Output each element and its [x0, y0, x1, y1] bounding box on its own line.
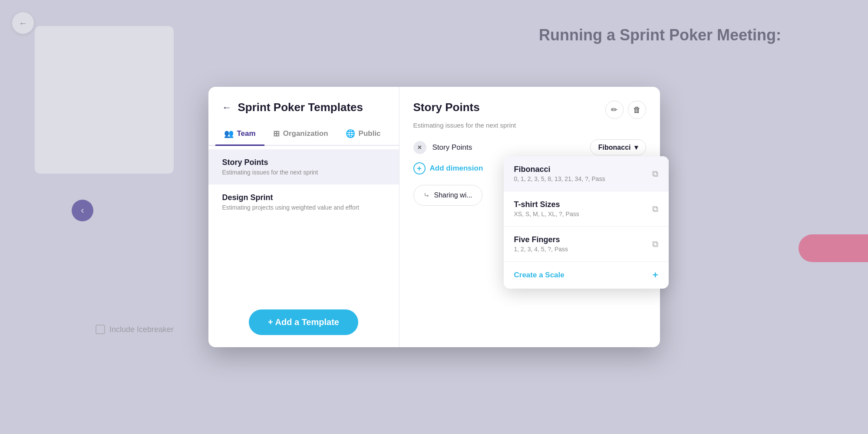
tab-organization[interactable]: ⊞ Organization [264, 123, 337, 146]
template-list: Story Points Estimating issues for the n… [208, 146, 399, 299]
tab-team-label: Team [237, 129, 256, 138]
delete-button[interactable]: 🗑 [628, 101, 646, 119]
scale-dropdown[interactable]: Fibonacci ▾ [590, 139, 646, 155]
globe-icon: 🌐 [346, 129, 355, 138]
dimension-label: Story Points [432, 143, 584, 152]
right-header: Story Points ✏ 🗑 [413, 101, 646, 119]
template-title-story-points: Story Points [222, 158, 385, 167]
chevron-down-icon: ▾ [634, 143, 638, 151]
fibonacci-values: 0, 1, 2, 3, 5, 8, 13, 21, 34, ?, Pass [514, 175, 605, 182]
tshirt-values: XS, S, M, L, XL, ?, Pass [514, 210, 579, 217]
tab-public[interactable]: 🌐 Public [337, 123, 389, 146]
template-desc-design-sprint: Estimating projects using weighted value… [222, 204, 385, 211]
tab-organization-label: Organization [283, 129, 328, 138]
add-dimension-label: Add dimension [430, 164, 483, 173]
copy-fibonacci-icon[interactable]: ⧉ [652, 169, 658, 179]
fibonacci-name: Fibonacci [514, 165, 605, 174]
five-fingers-values: 1, 2, 3, 4, 5, ?, Pass [514, 246, 568, 253]
dimension-row: × Story Points Fibonacci ▾ [413, 139, 646, 155]
sprint-poker-modal: ← Sprint Poker Templates 👥 Team ⊞ Organi… [208, 87, 660, 347]
edit-button[interactable]: ✏ [605, 101, 624, 119]
trash-icon: 🗑 [633, 105, 641, 115]
left-panel: ← Sprint Poker Templates 👥 Team ⊞ Organi… [208, 87, 399, 347]
right-panel-actions: ✏ 🗑 [605, 101, 646, 119]
copy-tshirt-icon[interactable]: ⧉ [652, 204, 658, 214]
remove-dimension-button[interactable]: × [413, 141, 426, 154]
tab-team[interactable]: 👥 Team [215, 123, 264, 146]
copy-five-fingers-icon[interactable]: ⧉ [652, 239, 658, 249]
tshirt-name: T-shirt Sizes [514, 200, 579, 209]
modal-header: ← Sprint Poker Templates [208, 87, 399, 114]
template-item-design-sprint[interactable]: Design Sprint Estimating projects using … [208, 184, 399, 220]
edit-icon: ✏ [611, 105, 617, 115]
right-panel-title: Story Points [413, 101, 480, 114]
share-icon: ⤷ [423, 191, 430, 200]
add-template-button[interactable]: + Add a Template [249, 309, 358, 335]
scale-dropdown-popup: Fibonacci 0, 1, 2, 3, 5, 8, 13, 21, 34, … [504, 156, 669, 289]
tabs-container: 👥 Team ⊞ Organization 🌐 Public [208, 123, 399, 146]
five-fingers-name: Five Fingers [514, 235, 568, 244]
modal-title: Sprint Poker Templates [238, 101, 363, 114]
create-scale-plus-icon: + [653, 270, 658, 281]
dropdown-item-five-fingers[interactable]: Five Fingers 1, 2, 3, 4, 5, ?, Pass ⧉ [504, 227, 669, 262]
template-desc-story-points: Estimating issues for the next sprint [222, 169, 385, 176]
sharing-label: Sharing wi... [434, 191, 472, 199]
modal-overlay: ← Sprint Poker Templates 👥 Team ⊞ Organi… [0, 0, 868, 434]
dropdown-item-tshirt[interactable]: T-shirt Sizes XS, S, M, L, XL, ?, Pass ⧉ [504, 191, 669, 227]
create-scale-label: Create a Scale [514, 271, 564, 279]
template-item-story-points[interactable]: Story Points Estimating issues for the n… [208, 149, 399, 184]
tab-public-label: Public [359, 129, 381, 138]
right-panel: Story Points ✏ 🗑 Estimating issues for t… [399, 87, 660, 347]
x-icon: × [418, 144, 422, 151]
scale-dropdown-label: Fibonacci [598, 144, 631, 151]
modal-back-arrow[interactable]: ← [222, 102, 232, 113]
plus-circle-icon: + [413, 162, 426, 174]
dropdown-item-fibonacci[interactable]: Fibonacci 0, 1, 2, 3, 5, 8, 13, 21, 34, … [504, 156, 669, 191]
template-title-design-sprint: Design Sprint [222, 193, 385, 202]
team-icon: 👥 [224, 129, 234, 138]
right-panel-subtitle: Estimating issues for the next sprint [413, 122, 646, 129]
org-icon: ⊞ [273, 129, 280, 138]
create-scale-row[interactable]: Create a Scale + [504, 262, 669, 289]
sharing-row[interactable]: ⤷ Sharing wi... [413, 185, 482, 206]
